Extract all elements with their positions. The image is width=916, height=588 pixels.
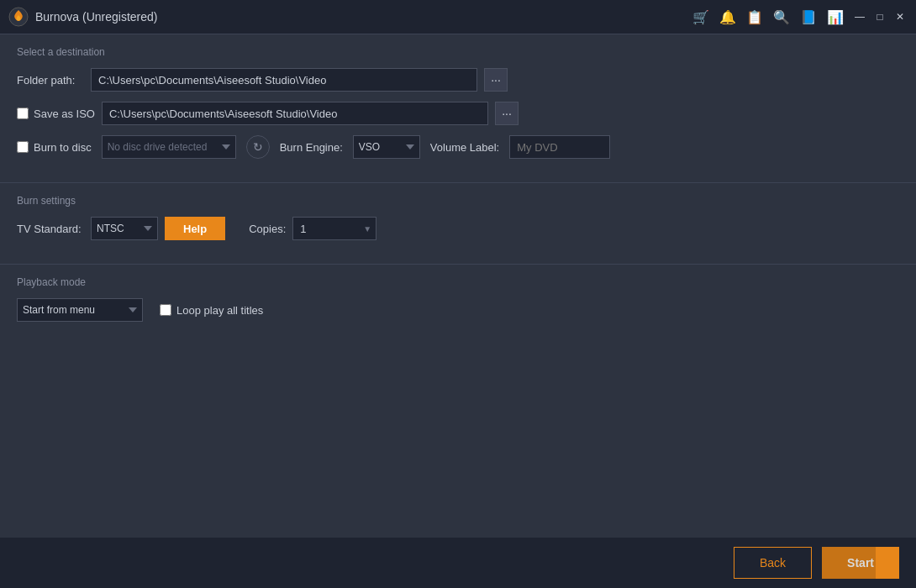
footer: Back Start [0, 538, 916, 588]
burn-engine-select[interactable]: VSO ImgBurn Windows [353, 135, 420, 159]
save-iso-label-text: Save as ISO [34, 108, 95, 120]
burn-settings-section: Burn settings TV Standard: NTSC PAL Help… [0, 182, 916, 264]
burn-settings-row: TV Standard: NTSC PAL Help Copies: [17, 217, 899, 240]
back-button[interactable]: Back [734, 547, 812, 579]
search-icon[interactable]: 🔍 [773, 9, 790, 25]
close-button[interactable]: ✕ [892, 9, 908, 24]
playback-mode-select[interactable]: Start from menu Start from first title L… [17, 298, 143, 322]
tv-standard-label: TV Standard: [17, 223, 84, 235]
copies-label: Copies: [249, 223, 286, 235]
cart-icon[interactable]: 🛒 [692, 9, 709, 25]
refresh-button[interactable]: ↻ [246, 135, 270, 159]
volume-label-text: Volume Label: [430, 141, 499, 154]
folder-path-label: Folder path: [17, 74, 84, 87]
loop-checkbox-label[interactable]: Loop play all titles [160, 304, 263, 317]
burn-disc-checkbox-label[interactable]: Burn to disc [17, 141, 92, 154]
burn-engine-label: Burn Engine: [280, 141, 343, 154]
volume-label-input[interactable] [509, 135, 610, 159]
copies-input[interactable] [292, 217, 376, 240]
help-button[interactable]: Help [165, 217, 225, 240]
save-iso-checkbox-label[interactable]: Save as ISO [17, 108, 95, 120]
minimize-button[interactable]: — [852, 9, 867, 24]
maximize-button[interactable]: □ [872, 9, 887, 24]
destination-section-title: Select a destination [17, 46, 899, 58]
folder-path-input[interactable] [91, 68, 477, 92]
playback-row: Start from menu Start from first title L… [17, 298, 899, 322]
burn-disc-row: Burn to disc No disc drive detected ↻ Bu… [17, 135, 899, 159]
app-title: Burnova (Unregistered) [35, 10, 692, 24]
playback-section: Playback mode Start from menu Start from… [0, 264, 916, 345]
window-controls: — □ ✕ [852, 9, 908, 24]
burn-disc-label-text: Burn to disc [34, 141, 92, 154]
notification-icon[interactable]: 🔔 [719, 9, 736, 25]
stats-icon[interactable]: 📊 [827, 9, 844, 25]
playback-section-title: Playback mode [17, 276, 899, 288]
loop-label-text: Loop play all titles [176, 304, 263, 317]
tv-standard-select[interactable]: NTSC PAL [91, 217, 158, 240]
titlebar-icon-group: 🛒 🔔 📋 🔍 📘 📊 [692, 9, 844, 25]
burn-settings-title: Burn settings [17, 195, 899, 207]
folder-browse-button[interactable]: ··· [484, 68, 508, 92]
app-logo [8, 7, 29, 27]
main-content: Select a destination Folder path: ··· Sa… [0, 34, 916, 538]
save-iso-row: Save as ISO ··· [17, 102, 899, 125]
burn-disc-checkbox[interactable] [17, 141, 29, 153]
folder-path-row: Folder path: ··· [17, 68, 899, 92]
titlebar: Burnova (Unregistered) 🛒 🔔 📋 🔍 📘 📊 — □ ✕ [0, 0, 916, 34]
iso-browse-button[interactable]: ··· [495, 102, 519, 125]
copies-wrapper [292, 217, 376, 240]
destination-section: Select a destination Folder path: ··· Sa… [0, 34, 916, 182]
save-iso-checkbox[interactable] [17, 108, 29, 119]
document-icon[interactable]: 📋 [746, 9, 763, 25]
start-button[interactable]: Start [822, 547, 899, 579]
disc-drive-select[interactable]: No disc drive detected [102, 135, 236, 159]
iso-path-input[interactable] [102, 102, 488, 125]
loop-checkbox[interactable] [160, 304, 171, 316]
facebook-icon[interactable]: 📘 [800, 9, 817, 25]
